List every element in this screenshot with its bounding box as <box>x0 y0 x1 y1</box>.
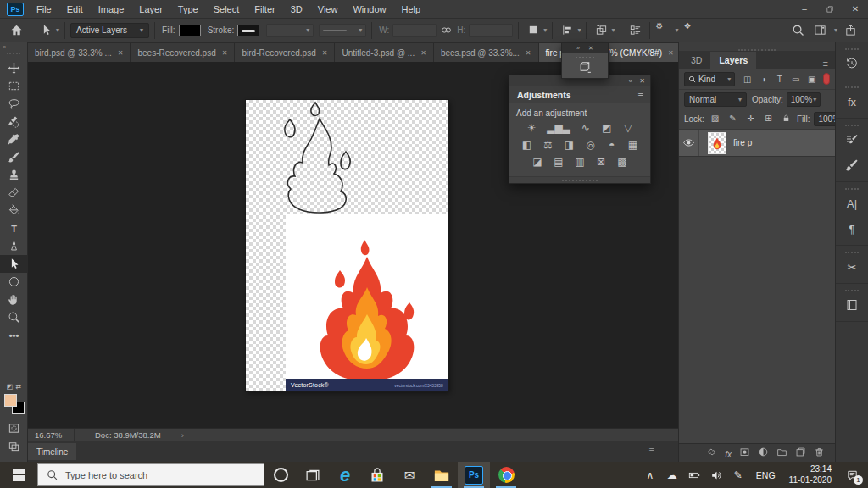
document-tab-2[interactable]: bird-Recovered.psd✕ <box>235 43 335 62</box>
delete-layer-icon[interactable] <box>814 446 825 461</box>
filtering-toggle[interactable] <box>823 73 830 85</box>
hand-tool[interactable] <box>0 291 28 308</box>
type-tool[interactable]: T <box>0 219 28 237</box>
close-tab-icon[interactable]: ✕ <box>420 49 426 57</box>
zoom-tool[interactable] <box>0 308 28 326</box>
cortana-button[interactable] <box>264 462 297 488</box>
3d-mode-icon[interactable]: ❖ <box>683 21 702 40</box>
toolbox-grip[interactable] <box>7 53 20 58</box>
clone-stamp-tool[interactable] <box>0 166 28 184</box>
start-button[interactable] <box>0 462 37 488</box>
lasso-tool[interactable] <box>0 95 28 113</box>
timeline-menu-icon[interactable]: ≡ <box>649 445 654 455</box>
tab-3d[interactable]: 3D <box>682 52 710 69</box>
filter-image-icon[interactable]: ◫ <box>741 75 754 84</box>
menu-filter[interactable]: Filter <box>247 0 282 19</box>
collapse-panel-icon[interactable]: « <box>629 77 632 85</box>
link-dimensions-icon[interactable] <box>437 21 455 40</box>
chrome-button[interactable] <box>490 462 522 488</box>
zoom-level-field[interactable]: 16.67% <box>28 429 75 441</box>
brush-settings-panel-icon[interactable] <box>836 127 868 152</box>
close-tab-icon[interactable]: ✕ <box>322 49 328 57</box>
constraint-list-icon[interactable] <box>626 21 644 40</box>
panel-grip[interactable] <box>576 54 594 58</box>
lock-artboard-icon[interactable]: ⊞ <box>762 114 775 125</box>
adjustment-layer-icon[interactable] <box>758 446 769 461</box>
edit-toolbar[interactable]: ••• <box>0 326 28 344</box>
menu-type[interactable]: Type <box>170 0 206 19</box>
path-operations-icon[interactable] <box>524 21 542 40</box>
link-layers-icon[interactable] <box>706 446 717 461</box>
posterize-icon[interactable]: ▤ <box>553 156 565 168</box>
paint-bucket-tool[interactable] <box>0 202 28 219</box>
rectangular-marquee-tool[interactable] <box>0 77 28 95</box>
tab-layers[interactable]: Layers <box>710 52 756 69</box>
exposure-icon[interactable]: ◩ <box>601 122 613 134</box>
volume-icon[interactable] <box>706 462 726 488</box>
select-mode-dropdown[interactable]: Active Layers ▾ <box>70 23 149 38</box>
filter-type-icon[interactable]: T <box>773 75 786 84</box>
foreground-color-swatch[interactable] <box>4 394 17 407</box>
panel-menu-icon[interactable]: ≡ <box>816 58 835 69</box>
width-input[interactable] <box>392 24 437 37</box>
lock-transparent-icon[interactable]: ▨ <box>709 114 721 125</box>
current-tool-icon[interactable] <box>36 21 55 40</box>
mail-button[interactable]: ✉ <box>393 462 426 488</box>
layer-effects-icon[interactable]: fx <box>725 446 732 461</box>
layer-row[interactable]: fire p <box>679 130 835 157</box>
panel-grip[interactable] <box>845 184 859 190</box>
menu-edit[interactable]: Edit <box>59 0 91 19</box>
swap-colors-icon[interactable]: ⇄ <box>15 383 21 391</box>
curves-icon[interactable]: ∿ <box>580 122 592 134</box>
levels-icon[interactable]: ▂▆▃ <box>547 122 570 134</box>
dock-grip[interactable] <box>738 43 776 51</box>
close-tab-icon[interactable]: ✕ <box>118 49 124 57</box>
onedrive-cloud-icon[interactable]: ☁ <box>662 462 682 488</box>
color-balance-icon[interactable]: ⚖ <box>542 139 554 151</box>
close-button[interactable]: ✕ <box>843 0 868 19</box>
menu-view[interactable]: View <box>310 0 346 19</box>
home-icon[interactable] <box>7 21 25 40</box>
lock-paint-icon[interactable]: ✎ <box>726 114 739 125</box>
tab-adjustments[interactable]: Adjustments <box>509 90 579 100</box>
ellipse-tool[interactable] <box>0 273 28 291</box>
height-input[interactable] <box>469 24 513 37</box>
workspace-chevron-icon[interactable]: ▾ <box>834 26 837 34</box>
clock[interactable]: 23:14 11-01-2020 <box>783 464 837 485</box>
document-tab-0[interactable]: bird.psd @ 33.3% ...✕ <box>28 43 131 62</box>
lock-position-icon[interactable]: ✛ <box>744 114 757 125</box>
task-view-button[interactable] <box>297 462 329 488</box>
stroke-type-dropdown[interactable]: ▾ <box>319 24 366 37</box>
canvas[interactable]: VectorStock® vectorstock.com/23433958 <box>246 100 448 391</box>
hue-saturation-icon[interactable]: ◧ <box>521 139 533 151</box>
panel-grip[interactable] <box>845 44 859 50</box>
eraser-tool[interactable] <box>0 184 28 202</box>
path-alignment-icon[interactable] <box>558 21 576 40</box>
menu-image[interactable]: Image <box>91 0 132 19</box>
path-selection-tool[interactable] <box>0 255 28 273</box>
filter-kind-dropdown[interactable]: Kind ▾ <box>684 72 735 86</box>
character-panel-icon[interactable]: A| <box>836 191 868 216</box>
expand-panel-icon[interactable]: » <box>576 45 580 51</box>
taskbar-search-input[interactable]: Type here to search <box>37 463 264 486</box>
color-lookup-icon[interactable]: ▦ <box>627 139 639 151</box>
menu-file[interactable]: File <box>29 0 59 19</box>
language-indicator[interactable]: ENG <box>750 470 782 480</box>
panel-grip[interactable] <box>845 286 859 291</box>
minimize-button[interactable]: – <box>792 0 817 19</box>
channel-mixer-icon[interactable]: ◓ <box>606 139 618 151</box>
close-panel-icon[interactable]: ✕ <box>639 77 645 85</box>
close-tab-icon[interactable]: ✕ <box>222 49 228 57</box>
panel-grip[interactable] <box>845 247 859 253</box>
stroke-width-dropdown[interactable]: ▾ <box>266 24 314 37</box>
panel-grip[interactable] <box>845 120 859 126</box>
photoshop-logo[interactable]: Ps <box>7 3 24 16</box>
tool-preset-chevron-icon[interactable]: ▾ <box>56 26 59 34</box>
document-tab-1[interactable]: bees-Recovered.psd✕ <box>131 43 235 62</box>
menu-select[interactable]: Select <box>206 0 248 19</box>
black-white-icon[interactable]: ◨ <box>564 139 576 151</box>
layer-thumbnail[interactable] <box>708 132 726 154</box>
layer-visibility-eye-icon[interactable] <box>679 130 699 156</box>
default-colors-icon[interactable]: ◩ <box>7 383 14 391</box>
move-tool[interactable] <box>0 59 28 77</box>
